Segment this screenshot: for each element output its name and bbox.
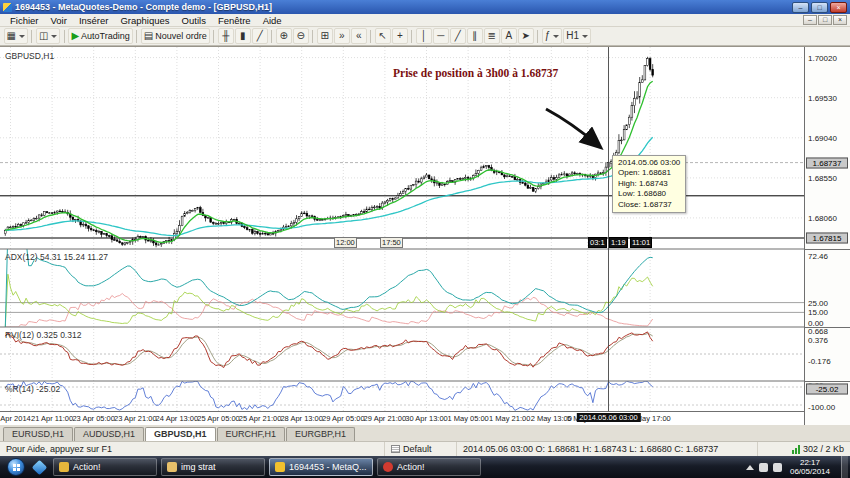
scale-price-label: 1.69040 [808, 133, 837, 142]
taskbar-button-label: img strat [181, 462, 216, 472]
text-label-icon: A [505, 31, 512, 41]
indicators-caret-icon[interactable] [553, 35, 559, 38]
taskbar-button-label: 1694453 - MetaQ... [289, 462, 367, 472]
zoom-in-button[interactable]: ⊕ [276, 28, 292, 44]
crosshair-button[interactable]: + [392, 28, 408, 44]
profile-icon [391, 445, 400, 453]
tab-eurgbph1[interactable]: EURGBP,H1 [286, 427, 355, 441]
auto-scroll-button[interactable]: » [334, 28, 350, 44]
new-order-label: Nouvel ordre [155, 31, 207, 41]
pane-separator [805, 249, 850, 250]
taskbar-buttons: Action!img strat1694453 - MetaQ...Action… [53, 458, 481, 476]
start-button[interactable] [7, 458, 25, 476]
chart-candles-button[interactable]: ▮ [235, 28, 251, 44]
autotrading-button[interactable]: ▶AutoTrading [68, 28, 132, 44]
mt4-logo-icon [3, 3, 12, 12]
tab-gbpusdh1[interactable]: GBPUSD,H1 [145, 427, 216, 441]
time-axis-label: 23 Apr 05:00 [72, 414, 115, 423]
menu-insérer[interactable]: Insérer [73, 15, 115, 26]
time-axis-label: 24 Apr 13:00 [156, 414, 199, 423]
profile-selector[interactable]: Default [385, 442, 457, 456]
time-axis[interactable]: 21 Apr 201421 Apr 11:0023 Apr 05:0023 Ap… [0, 411, 804, 425]
cursor-button[interactable]: ↖ [375, 28, 391, 44]
tab-audusdh1[interactable]: AUDUSD,H1 [74, 427, 144, 441]
mt4-icon [275, 462, 285, 472]
minimize-button[interactable]: – [792, 2, 809, 13]
fibonacci-button[interactable]: ≣ [484, 28, 500, 44]
auto-scroll-icon: » [339, 31, 345, 41]
crosshair-icon: + [397, 31, 403, 41]
chart-line-button[interactable]: ╱ [252, 28, 268, 44]
tray-volume-icon[interactable] [773, 463, 782, 472]
tooltip-high: High: 1.68743 [618, 179, 680, 189]
record-icon [383, 462, 393, 472]
menu-voir[interactable]: Voir [45, 15, 73, 26]
chart-window: 21 Apr 201421 Apr 11:0023 Apr 05:0023 Ap… [0, 46, 850, 424]
scale-price-label: 25.00 [808, 298, 828, 307]
time-axis-label: 1 May 05:00 [447, 414, 488, 423]
chart-minimize-button[interactable]: – [803, 15, 817, 25]
connection-signal-icon [792, 445, 800, 454]
price-scale[interactable]: 1.700201.695301.690401.685501.680601.687… [804, 47, 850, 425]
clock-time: 22:17 [790, 458, 830, 467]
horizontal-line-button[interactable]: ─ [433, 28, 449, 44]
taskbar-button-action-[interactable]: Action! [53, 458, 157, 476]
tab-eurchfh1[interactable]: EURCHF,H1 [217, 427, 286, 441]
taskbar-button-img-strat[interactable]: img strat [161, 458, 265, 476]
new-order-button[interactable]: ▤Nouvel ordre [141, 28, 210, 44]
autotrading-label: AutoTrading [81, 31, 130, 41]
chart-time-badge: 03:1 [588, 237, 607, 248]
vertical-line-button[interactable]: │ [416, 28, 432, 44]
autotrading-icon: ▶ [71, 31, 79, 41]
menu-outils[interactable]: Outils [176, 15, 212, 26]
chart-candles-icon: ▮ [240, 31, 246, 41]
timeframe-h1-caret-icon[interactable] [582, 35, 588, 38]
tray-chevron-icon[interactable] [746, 465, 754, 470]
profiles-button[interactable]: ◫ [36, 28, 60, 44]
time-axis-label: 29 Apr 21:00 [364, 414, 407, 423]
tray-network-icon[interactable] [759, 463, 768, 472]
maximize-button[interactable]: □ [811, 2, 828, 13]
chart-restore-button[interactable]: □ [818, 15, 832, 25]
chart-shift-icon: « [356, 31, 362, 41]
zoom-out-icon: ⊖ [297, 31, 305, 41]
trend-line-button[interactable]: ╱ [450, 28, 466, 44]
scale-price-label: 15.00 [808, 308, 828, 317]
chart-shift-button[interactable]: « [351, 28, 367, 44]
chart-time-badge: 12:00 [334, 237, 357, 248]
profiles-caret-icon[interactable] [51, 35, 57, 38]
tooltip-low: Low: 1.68680 [618, 189, 680, 199]
new-chart-button[interactable]: ▦ [4, 28, 28, 44]
menu-graphiques[interactable]: Graphiques [114, 15, 175, 26]
arrows-tool-button[interactable]: ➤ [518, 28, 534, 44]
tab-eurusdh1[interactable]: EURUSD,H1 [3, 427, 73, 441]
chart-bars-button[interactable]: ╫ [218, 28, 234, 44]
menu-aide[interactable]: Aide [257, 15, 288, 26]
chart-line-icon: ╱ [257, 31, 263, 41]
show-desktop-button[interactable] [841, 456, 848, 478]
indicators-button[interactable]: ƒ [542, 28, 563, 44]
chart-time-badge: 17:50 [380, 237, 403, 248]
taskbar-clock[interactable]: 22:17 06/05/2014 [787, 458, 833, 476]
close-button[interactable]: × [830, 2, 847, 13]
scale-price-label: -100.00 [808, 403, 835, 412]
time-axis-label: 23 Apr 21:00 [114, 414, 157, 423]
taskbar-button-action-[interactable]: Action! [377, 458, 481, 476]
menu-fichier[interactable]: Fichier [4, 15, 45, 26]
taskbar: Action!img strat1694453 - MetaQ...Action… [0, 456, 850, 478]
tile-windows-button[interactable]: ⊞ [317, 28, 333, 44]
equidistant-channel-button[interactable]: ∥ [467, 28, 483, 44]
taskbar-button-1694453-metaq-[interactable]: 1694453 - MetaQ... [269, 458, 373, 476]
new-chart-caret-icon[interactable] [19, 35, 25, 38]
zoom-out-button[interactable]: ⊖ [293, 28, 309, 44]
chart-symbol-label: GBPUSD,H1 [5, 51, 54, 61]
equidistant-channel-icon: ∥ [472, 31, 477, 41]
chart-plot[interactable]: 21 Apr 201421 Apr 11:0023 Apr 05:0023 Ap… [0, 47, 804, 425]
timeframe-h1-button[interactable]: H1 [563, 28, 591, 44]
fibonacci-icon: ≣ [488, 31, 496, 41]
quick-launch-icon[interactable] [32, 459, 48, 475]
menu-fenêtre[interactable]: Fenêtre [212, 15, 257, 26]
chart-close-button[interactable]: × [833, 15, 847, 25]
text-label-button[interactable]: A [501, 28, 517, 44]
toolbar-separator [64, 30, 65, 43]
